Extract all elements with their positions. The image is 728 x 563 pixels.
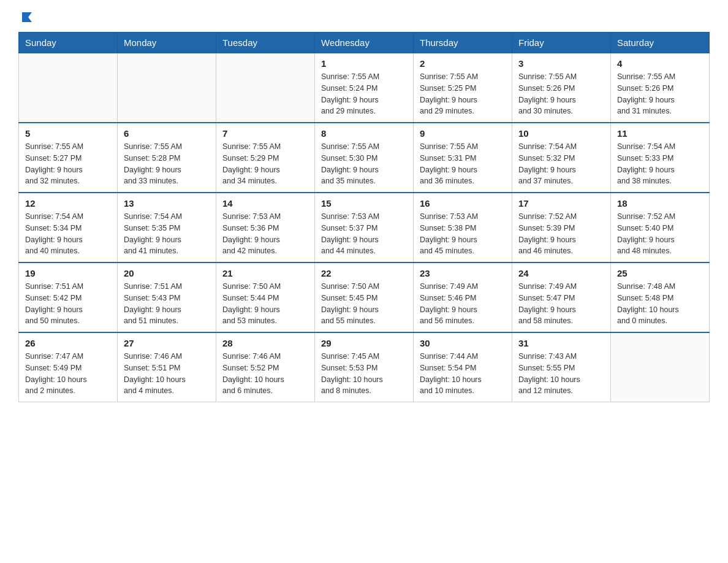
calendar-cell [19, 53, 118, 123]
day-number: 20 [124, 268, 210, 278]
day-number: 3 [518, 58, 604, 69]
day-number: 2 [420, 58, 506, 69]
calendar-cell: 26Sunrise: 7:47 AM Sunset: 5:49 PM Dayli… [19, 332, 118, 402]
calendar-cell: 15Sunrise: 7:53 AM Sunset: 5:37 PM Dayli… [315, 193, 414, 262]
day-info: Sunrise: 7:55 AM Sunset: 5:30 PM Dayligh… [321, 141, 407, 187]
calendar-cell: 27Sunrise: 7:46 AM Sunset: 5:51 PM Dayli… [118, 332, 216, 402]
day-number: 17 [518, 198, 604, 209]
day-info: Sunrise: 7:55 AM Sunset: 5:29 PM Dayligh… [222, 141, 308, 187]
day-number: 14 [222, 198, 308, 209]
calendar-cell: 10Sunrise: 7:54 AM Sunset: 5:32 PM Dayli… [512, 123, 611, 193]
day-info: Sunrise: 7:55 AM Sunset: 5:27 PM Dayligh… [25, 141, 111, 187]
day-info: Sunrise: 7:55 AM Sunset: 5:28 PM Dayligh… [124, 141, 210, 187]
day-number: 25 [617, 268, 703, 278]
calendar-cell: 2Sunrise: 7:55 AM Sunset: 5:25 PM Daylig… [414, 53, 512, 123]
day-info: Sunrise: 7:53 AM Sunset: 5:37 PM Dayligh… [321, 211, 407, 257]
day-number: 1 [321, 58, 407, 69]
day-number: 23 [420, 268, 506, 278]
day-number: 19 [25, 268, 111, 278]
day-number: 21 [222, 268, 308, 278]
svg-marker-0 [22, 12, 32, 22]
day-info: Sunrise: 7:48 AM Sunset: 5:48 PM Dayligh… [617, 281, 703, 327]
day-info: Sunrise: 7:52 AM Sunset: 5:40 PM Dayligh… [617, 211, 703, 257]
day-number: 9 [420, 128, 506, 139]
calendar-cell: 3Sunrise: 7:55 AM Sunset: 5:26 PM Daylig… [512, 53, 611, 123]
calendar-cell: 30Sunrise: 7:44 AM Sunset: 5:54 PM Dayli… [414, 332, 512, 402]
calendar-cell: 14Sunrise: 7:53 AM Sunset: 5:36 PM Dayli… [216, 193, 315, 262]
day-number: 6 [124, 128, 210, 139]
day-header-saturday: Saturday [611, 33, 710, 53]
day-header-sunday: Sunday [19, 33, 118, 53]
day-info: Sunrise: 7:55 AM Sunset: 5:31 PM Dayligh… [420, 141, 506, 187]
day-info: Sunrise: 7:47 AM Sunset: 5:49 PM Dayligh… [25, 351, 111, 397]
calendar-cell: 22Sunrise: 7:50 AM Sunset: 5:45 PM Dayli… [315, 262, 414, 332]
calendar-cell: 18Sunrise: 7:52 AM Sunset: 5:40 PM Dayli… [611, 193, 710, 262]
day-header-friday: Friday [512, 33, 611, 53]
day-number: 30 [420, 338, 506, 348]
calendar-cell: 13Sunrise: 7:54 AM Sunset: 5:35 PM Dayli… [118, 193, 216, 262]
calendar-cell: 24Sunrise: 7:49 AM Sunset: 5:47 PM Dayli… [512, 262, 611, 332]
day-header-tuesday: Tuesday [216, 33, 315, 53]
day-number: 31 [518, 338, 604, 348]
calendar-week-row: 19Sunrise: 7:51 AM Sunset: 5:42 PM Dayli… [19, 262, 710, 332]
day-number: 22 [321, 268, 407, 278]
day-info: Sunrise: 7:45 AM Sunset: 5:53 PM Dayligh… [321, 351, 407, 397]
day-header-monday: Monday [118, 33, 216, 53]
day-info: Sunrise: 7:53 AM Sunset: 5:38 PM Dayligh… [420, 211, 506, 257]
day-number: 5 [25, 128, 111, 139]
day-info: Sunrise: 7:53 AM Sunset: 5:36 PM Dayligh… [222, 211, 308, 257]
calendar-table: SundayMondayTuesdayWednesdayThursdayFrid… [18, 32, 710, 402]
day-number: 13 [124, 198, 210, 209]
day-number: 4 [617, 58, 703, 69]
calendar-cell: 17Sunrise: 7:52 AM Sunset: 5:39 PM Dayli… [512, 193, 611, 262]
day-number: 7 [222, 128, 308, 139]
calendar-cell: 29Sunrise: 7:45 AM Sunset: 5:53 PM Dayli… [315, 332, 414, 402]
day-header-thursday: Thursday [414, 33, 512, 53]
calendar-cell: 4Sunrise: 7:55 AM Sunset: 5:26 PM Daylig… [611, 53, 710, 123]
day-header-wednesday: Wednesday [315, 33, 414, 53]
day-info: Sunrise: 7:55 AM Sunset: 5:25 PM Dayligh… [420, 71, 506, 117]
day-number: 29 [321, 338, 407, 348]
day-number: 24 [518, 268, 604, 278]
calendar-cell: 9Sunrise: 7:55 AM Sunset: 5:31 PM Daylig… [414, 123, 512, 193]
day-info: Sunrise: 7:51 AM Sunset: 5:43 PM Dayligh… [124, 281, 210, 327]
calendar-cell: 23Sunrise: 7:49 AM Sunset: 5:46 PM Dayli… [414, 262, 512, 332]
calendar-week-row: 1Sunrise: 7:55 AM Sunset: 5:24 PM Daylig… [19, 53, 710, 123]
calendar-cell: 21Sunrise: 7:50 AM Sunset: 5:44 PM Dayli… [216, 262, 315, 332]
day-number: 15 [321, 198, 407, 209]
calendar-cell [611, 332, 710, 402]
calendar-week-row: 5Sunrise: 7:55 AM Sunset: 5:27 PM Daylig… [19, 123, 710, 193]
day-number: 28 [222, 338, 308, 348]
calendar-cell: 25Sunrise: 7:48 AM Sunset: 5:48 PM Dayli… [611, 262, 710, 332]
day-info: Sunrise: 7:46 AM Sunset: 5:51 PM Dayligh… [124, 351, 210, 397]
day-info: Sunrise: 7:54 AM Sunset: 5:35 PM Dayligh… [124, 211, 210, 257]
calendar-cell: 31Sunrise: 7:43 AM Sunset: 5:55 PM Dayli… [512, 332, 611, 402]
calendar-week-row: 12Sunrise: 7:54 AM Sunset: 5:34 PM Dayli… [19, 193, 710, 262]
day-info: Sunrise: 7:54 AM Sunset: 5:32 PM Dayligh… [518, 141, 604, 187]
page-header [18, 12, 710, 21]
day-number: 8 [321, 128, 407, 139]
day-number: 10 [518, 128, 604, 139]
day-info: Sunrise: 7:54 AM Sunset: 5:34 PM Dayligh… [25, 211, 111, 257]
calendar-cell: 8Sunrise: 7:55 AM Sunset: 5:30 PM Daylig… [315, 123, 414, 193]
day-number: 27 [124, 338, 210, 348]
calendar-cell [216, 53, 315, 123]
calendar-cell: 5Sunrise: 7:55 AM Sunset: 5:27 PM Daylig… [19, 123, 118, 193]
calendar-cell: 1Sunrise: 7:55 AM Sunset: 5:24 PM Daylig… [315, 53, 414, 123]
day-info: Sunrise: 7:54 AM Sunset: 5:33 PM Dayligh… [617, 141, 703, 187]
day-number: 16 [420, 198, 506, 209]
day-number: 26 [25, 338, 111, 348]
day-number: 11 [617, 128, 703, 139]
day-info: Sunrise: 7:43 AM Sunset: 5:55 PM Dayligh… [518, 351, 604, 397]
day-info: Sunrise: 7:52 AM Sunset: 5:39 PM Dayligh… [518, 211, 604, 257]
day-info: Sunrise: 7:50 AM Sunset: 5:45 PM Dayligh… [321, 281, 407, 327]
day-info: Sunrise: 7:49 AM Sunset: 5:47 PM Dayligh… [518, 281, 604, 327]
day-info: Sunrise: 7:51 AM Sunset: 5:42 PM Dayligh… [25, 281, 111, 327]
calendar-header-row: SundayMondayTuesdayWednesdayThursdayFrid… [19, 33, 710, 53]
day-info: Sunrise: 7:50 AM Sunset: 5:44 PM Dayligh… [222, 281, 308, 327]
calendar-week-row: 26Sunrise: 7:47 AM Sunset: 5:49 PM Dayli… [19, 332, 710, 402]
calendar-cell: 28Sunrise: 7:46 AM Sunset: 5:52 PM Dayli… [216, 332, 315, 402]
calendar-cell: 20Sunrise: 7:51 AM Sunset: 5:43 PM Dayli… [118, 262, 216, 332]
calendar-cell: 11Sunrise: 7:54 AM Sunset: 5:33 PM Dayli… [611, 123, 710, 193]
day-number: 18 [617, 198, 703, 209]
